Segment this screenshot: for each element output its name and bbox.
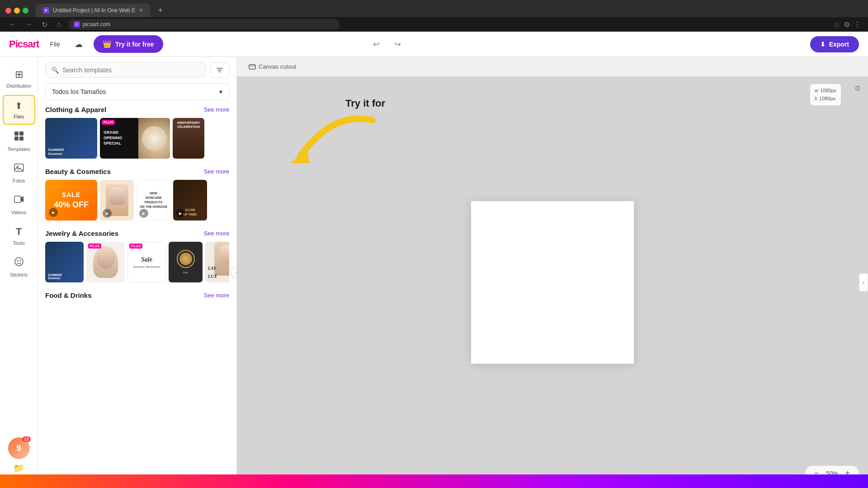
back-button[interactable]: ← xyxy=(7,20,18,28)
canvas-white-board[interactable] xyxy=(471,201,634,364)
templates-grid-jewelry: SUMMERSummer PLUS Sale xyxy=(45,242,229,282)
sidebar-label-videos: Videos xyxy=(11,210,26,215)
url-favicon: P xyxy=(74,21,80,28)
tab-favicon: P xyxy=(43,7,49,14)
svg-rect-1 xyxy=(19,131,24,136)
templates-icon xyxy=(14,131,24,144)
see-more-food[interactable]: See more xyxy=(204,292,229,299)
template-thumb-beauty-4[interactable]: GLOWUP TIME! ▶ xyxy=(173,180,207,221)
search-input[interactable] xyxy=(62,66,200,74)
extensions-icon[interactable]: ⚙ xyxy=(844,20,850,29)
category-title-food: Food & Drinks xyxy=(45,291,92,299)
width-label: w xyxy=(815,87,818,95)
template-thumb-clothing-2[interactable]: GRANDOPENINGSPECIAL PLUS xyxy=(100,118,170,159)
content-scroll[interactable]: Clothing & Apparel See more SUMMERSummer… xyxy=(38,106,236,488)
menu-icon[interactable]: ⋮ xyxy=(854,20,861,29)
category-title-jewelry: Jewelry & Accessories xyxy=(45,230,118,237)
redo-button[interactable]: ↪ xyxy=(391,38,405,51)
sidebar-item-videos[interactable]: Videos xyxy=(3,190,35,220)
try-free-button[interactable]: 👑 Try it for free xyxy=(94,35,163,53)
search-icon: 🔍 xyxy=(51,66,59,74)
template-thumb-jewelry-5[interactable]: LAYLUX xyxy=(205,242,229,282)
search-box[interactable]: 🔍 xyxy=(45,62,206,78)
window-controls xyxy=(5,8,28,14)
download-icon: ⬇ xyxy=(820,41,826,48)
category-header-clothing: Clothing & Apparel See more xyxy=(45,106,229,113)
svg-rect-3 xyxy=(19,136,24,141)
svg-point-7 xyxy=(15,258,23,266)
minimize-dot[interactable] xyxy=(14,8,20,14)
app-header: Picsart File ☁ 👑 Try it for free ↩ ↪ ⬇ E… xyxy=(0,32,868,57)
canvas-toolbar: Canvas cutout xyxy=(237,57,868,77)
category-jewelry: Jewelry & Accessories See more SUMMERSum… xyxy=(45,230,229,282)
distribution-icon: ⊞ xyxy=(15,69,23,80)
refresh-button[interactable]: ↻ xyxy=(40,20,49,29)
template-thumb-beauty-3[interactable]: NEWSKINCARE PRODUCTSON THE HORIZON ▶ xyxy=(137,180,170,221)
svg-rect-6 xyxy=(14,196,21,202)
forward-button[interactable]: → xyxy=(24,20,34,28)
category-clothing: Clothing & Apparel See more SUMMERSummer… xyxy=(45,106,229,159)
templates-grid-clothing: SUMMERSummer GRANDOPENINGSPECIAL PLUS xyxy=(45,118,229,159)
tab-close-icon[interactable]: ✕ xyxy=(139,7,143,14)
template-thumb-clothing-1[interactable]: SUMMERSummer xyxy=(45,118,97,159)
browser-tab[interactable]: P Untitled Project | All In One Web E ✕ xyxy=(36,4,151,17)
template-thumb-jewelry-4[interactable]: Sale xyxy=(169,242,203,282)
main-layout: ⊞ Distribution ⬆ Files Templates Fotos V… xyxy=(0,57,868,488)
file-menu-button[interactable]: File xyxy=(46,39,64,50)
url-bar[interactable]: P picsart.com xyxy=(68,19,340,30)
see-more-clothing[interactable]: See more xyxy=(204,106,229,113)
category-header-beauty: Beauty & Cosmetics See more xyxy=(45,168,229,175)
canvas-cutout-button[interactable]: Canvas cutout xyxy=(244,61,301,73)
try-free-label: Try it for free xyxy=(115,41,154,48)
sidebar-label-text: Texto xyxy=(13,240,24,246)
folders-icon: 📁 xyxy=(13,463,24,474)
plus-badge-jewelry2: PLUS xyxy=(88,244,101,249)
height-value: 1080px xyxy=(819,95,835,103)
user-avatar[interactable]: 9 13 xyxy=(8,437,30,459)
home-button[interactable]: ⌂ xyxy=(55,20,63,28)
close-dot[interactable] xyxy=(5,8,11,14)
undo-button[interactable]: ↩ xyxy=(369,38,383,51)
new-tab-button[interactable]: + xyxy=(154,6,166,15)
canvas-dimensions: w 1080px h 1080px xyxy=(810,84,841,105)
canvas-main: w 1080px h 1080px ⚙ › xyxy=(237,77,868,488)
filter-button[interactable] xyxy=(210,62,229,78)
export-button[interactable]: ⬇ Export xyxy=(810,36,859,52)
see-more-beauty[interactable]: See more xyxy=(204,168,229,175)
svg-rect-10 xyxy=(249,65,255,69)
svg-point-9 xyxy=(19,260,21,262)
template-thumb-jewelry-1[interactable]: SUMMERSummer xyxy=(45,242,84,282)
sidebar-item-files[interactable]: ⬆ Files xyxy=(3,95,35,125)
template-thumb-jewelry-3[interactable]: Sale Summer Necklaces PLUS xyxy=(127,242,166,282)
sidebar-item-text[interactable]: T Texto xyxy=(3,221,35,250)
crown-icon: 👑 xyxy=(103,40,112,48)
canvas-settings-icon[interactable]: ⚙ xyxy=(854,84,861,93)
template-thumb-clothing-3[interactable]: ANNIVERSARYCELEBRATION xyxy=(173,118,204,159)
template-thumb-beauty-1[interactable]: SALE 40% OFF ▶ xyxy=(45,180,97,221)
canvas-cutout-label: Canvas cutout xyxy=(259,63,296,70)
category-title-clothing: Clothing & Apparel xyxy=(45,106,106,113)
category-header-food: Food & Drinks See more xyxy=(45,291,229,299)
maximize-dot[interactable] xyxy=(23,8,28,14)
template-thumb-beauty-2[interactable]: ▶ xyxy=(100,180,134,221)
template-thumb-jewelry-2[interactable]: PLUS xyxy=(86,242,125,282)
size-dropdown-label: Todos los Tamaños xyxy=(52,88,106,95)
star-icon[interactable]: ☆ xyxy=(834,20,840,29)
videos-icon xyxy=(14,194,24,207)
sidebar-item-templates[interactable]: Templates xyxy=(3,127,35,156)
size-dropdown[interactable]: Todos los Tamaños ▾ xyxy=(45,83,229,100)
upload-button[interactable]: ☁ xyxy=(71,38,86,51)
sidebar-item-photos[interactable]: Fotos xyxy=(3,158,35,188)
category-title-beauty: Beauty & Cosmetics xyxy=(45,168,111,175)
files-icon: ⬆ xyxy=(15,100,23,111)
right-panel-expand-button[interactable]: › xyxy=(859,273,868,291)
sidebar-item-stickers[interactable]: Stickers xyxy=(3,252,35,282)
sidebar-item-distribution[interactable]: ⊞ Distribution xyxy=(3,64,35,93)
search-area: 🔍 xyxy=(38,57,236,83)
see-more-jewelry[interactable]: See more xyxy=(204,230,229,237)
export-label: Export xyxy=(829,41,849,48)
text-icon: T xyxy=(16,226,22,238)
plus-badge-jewelry3: PLUS xyxy=(129,244,142,249)
width-value: 1080px xyxy=(820,87,836,95)
canvas-area: Canvas cutout w 1080px h 1080px ⚙ › xyxy=(237,57,868,488)
